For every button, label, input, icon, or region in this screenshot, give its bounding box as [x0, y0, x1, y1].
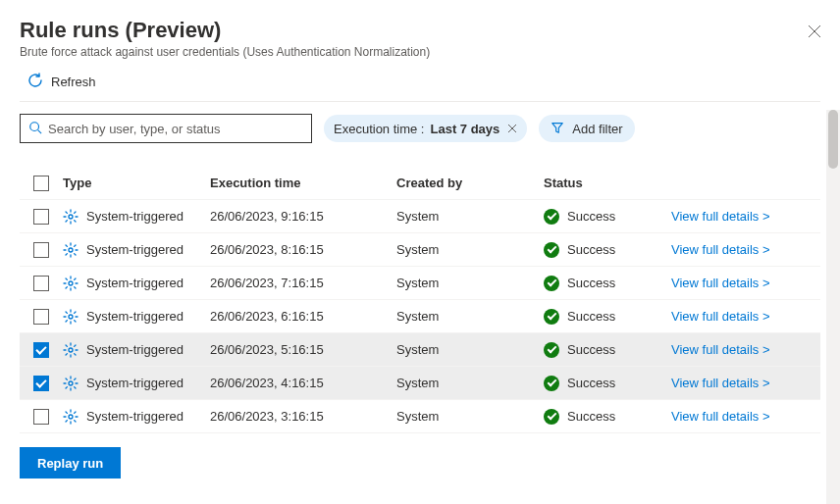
gear-icon — [63, 342, 79, 358]
type-label: System-triggered — [86, 342, 184, 357]
refresh-icon — [27, 73, 43, 91]
svg-point-8 — [69, 281, 73, 285]
created-by-cell: System — [396, 209, 544, 224]
column-created-by[interactable]: Created by — [396, 176, 544, 190]
filter-remove-button[interactable] — [507, 122, 517, 136]
gear-icon — [63, 309, 79, 325]
column-type[interactable]: Type — [63, 176, 210, 190]
success-icon — [544, 242, 559, 258]
success-icon — [544, 342, 559, 358]
row-checkbox[interactable] — [33, 276, 49, 291]
created-by-cell: System — [396, 242, 544, 257]
type-label: System-triggered — [86, 242, 184, 257]
filter-execution-time[interactable]: Execution time : Last 7 days — [324, 115, 527, 142]
view-details-link[interactable]: View full details > — [671, 242, 820, 257]
row-checkbox[interactable] — [33, 409, 49, 425]
view-details-link[interactable]: View full details > — [671, 342, 820, 357]
close-icon — [507, 124, 517, 133]
svg-point-10 — [69, 348, 73, 352]
view-details-link[interactable]: View full details > — [671, 376, 820, 390]
type-label: System-triggered — [86, 376, 184, 390]
row-checkbox[interactable] — [33, 376, 49, 391]
status-label: Success — [567, 209, 615, 224]
refresh-button[interactable]: Refresh — [20, 73, 96, 91]
execution-time-cell: 26/06/2023, 8:16:15 — [210, 242, 396, 257]
created-by-cell: System — [396, 276, 544, 290]
svg-point-6 — [69, 215, 73, 219]
filter-label: Execution time : — [334, 122, 425, 136]
scrollbar-thumb[interactable] — [828, 110, 838, 169]
type-label: System-triggered — [86, 309, 184, 324]
search-icon — [28, 121, 42, 137]
execution-time-cell: 26/06/2023, 4:16:15 — [210, 376, 396, 390]
svg-point-11 — [69, 381, 73, 385]
view-details-link[interactable]: View full details > — [671, 409, 820, 424]
gear-icon — [63, 409, 79, 425]
execution-time-cell: 26/06/2023, 7:16:15 — [210, 276, 396, 290]
created-by-cell: System — [396, 309, 544, 324]
success-icon — [544, 276, 559, 291]
table-row[interactable]: System-triggered26/06/2023, 4:16:15Syste… — [20, 367, 820, 400]
close-button[interactable] — [807, 24, 822, 42]
select-all-checkbox[interactable] — [33, 176, 49, 191]
gear-icon — [63, 276, 79, 291]
execution-time-cell: 26/06/2023, 5:16:15 — [210, 342, 396, 357]
column-status[interactable]: Status — [544, 176, 671, 190]
gear-icon — [63, 242, 79, 258]
success-icon — [544, 209, 559, 225]
table-row[interactable]: System-triggered26/06/2023, 8:16:15Syste… — [20, 233, 820, 267]
type-label: System-triggered — [86, 409, 184, 424]
add-filter-label: Add filter — [572, 122, 622, 136]
execution-time-cell: 26/06/2023, 9:16:15 — [210, 209, 396, 224]
view-details-link[interactable]: View full details > — [671, 209, 820, 224]
execution-time-cell: 26/06/2023, 3:16:15 — [210, 409, 396, 424]
status-label: Success — [567, 376, 615, 390]
page-title: Rule runs (Preview) — [20, 18, 820, 43]
svg-point-2 — [30, 122, 39, 130]
status-label: Success — [567, 309, 615, 324]
search-box[interactable] — [20, 114, 312, 143]
svg-point-7 — [69, 248, 73, 252]
status-label: Success — [567, 242, 615, 257]
success-icon — [544, 409, 559, 425]
table-row[interactable]: System-triggered26/06/2023, 3:16:15Syste… — [20, 400, 820, 433]
row-checkbox[interactable] — [33, 242, 49, 258]
type-label: System-triggered — [86, 209, 184, 224]
success-icon — [544, 376, 559, 391]
created-by-cell: System — [396, 376, 544, 390]
refresh-label: Refresh — [51, 75, 96, 89]
gear-icon — [63, 209, 79, 225]
add-filter-button[interactable]: Add filter — [539, 115, 634, 142]
status-label: Success — [567, 409, 615, 424]
table-row[interactable]: System-triggered26/06/2023, 5:16:15Syste… — [20, 333, 820, 367]
view-details-link[interactable]: View full details > — [671, 309, 820, 324]
status-label: Success — [567, 342, 615, 357]
svg-line-3 — [38, 129, 42, 133]
row-checkbox[interactable] — [33, 209, 49, 225]
svg-point-12 — [69, 415, 73, 419]
table-row[interactable]: System-triggered26/06/2023, 6:16:15Syste… — [20, 300, 820, 333]
filter-value: Last 7 days — [431, 122, 500, 136]
svg-point-9 — [69, 315, 73, 319]
type-label: System-triggered — [86, 276, 184, 290]
column-execution-time[interactable]: Execution time — [210, 176, 396, 190]
success-icon — [544, 309, 559, 325]
status-label: Success — [567, 276, 615, 290]
created-by-cell: System — [396, 342, 544, 357]
funnel-icon — [551, 121, 564, 137]
gear-icon — [63, 376, 79, 391]
created-by-cell: System — [396, 409, 544, 424]
execution-time-cell: 26/06/2023, 6:16:15 — [210, 309, 396, 324]
replay-run-button[interactable]: Replay run — [20, 447, 121, 479]
table-row[interactable]: System-triggered26/06/2023, 9:16:15Syste… — [20, 200, 820, 233]
row-checkbox[interactable] — [33, 309, 49, 325]
page-subtitle: Brute force attack against user credenti… — [20, 45, 820, 59]
view-details-link[interactable]: View full details > — [671, 276, 820, 290]
close-icon — [807, 24, 822, 39]
search-input[interactable] — [42, 122, 303, 136]
row-checkbox[interactable] — [33, 342, 49, 358]
table-row[interactable]: System-triggered26/06/2023, 7:16:15Syste… — [20, 267, 820, 300]
table-header: Type Execution time Created by Status — [20, 167, 820, 200]
scrollbar-track[interactable] — [826, 110, 840, 504]
